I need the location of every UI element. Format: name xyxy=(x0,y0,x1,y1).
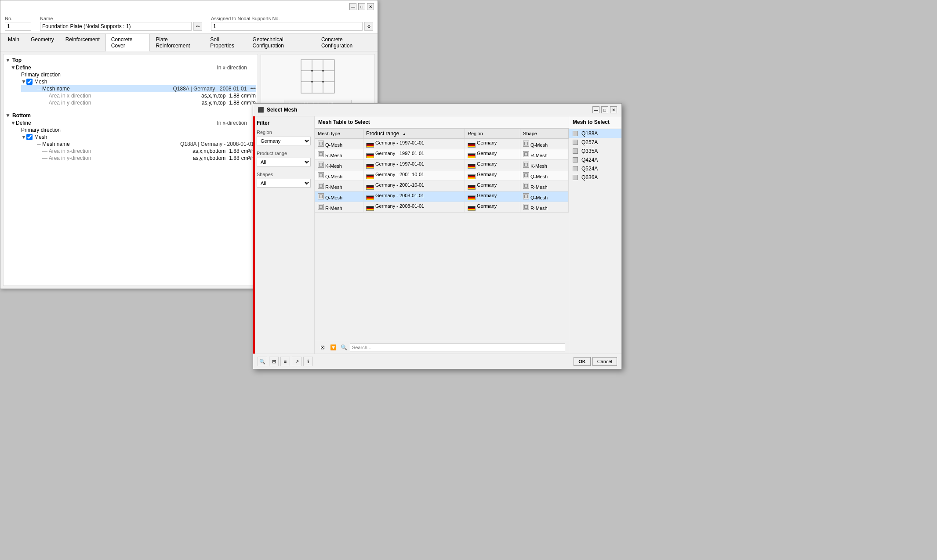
tab-plate-reinforcement[interactable]: Plate Reinforcement xyxy=(150,34,204,51)
search-input[interactable] xyxy=(350,343,565,351)
region-cell: Germany xyxy=(465,181,520,191)
mesh-select-item[interactable]: Q524A xyxy=(569,164,621,173)
bottom-mesh-name-row[interactable]: ─ Mesh name Q188A | Germany - 2008-01-01 xyxy=(21,141,256,148)
close-button[interactable]: ✕ xyxy=(367,3,374,10)
product-range-cell: Germany - 2001-10-01 xyxy=(363,181,465,191)
no-field-block: No. 1 xyxy=(0,13,36,33)
search-icon[interactable]: 🔍 xyxy=(339,343,348,352)
mesh-table-row[interactable]: R-Mesh Germany - 2008-01-01 Germany R-Me… xyxy=(315,202,569,213)
maximize-button[interactable]: □ xyxy=(358,3,365,10)
mesh-table-row[interactable]: K-Mesh Germany - 1997-01-01 Germany K-Me… xyxy=(315,160,569,170)
mesh-select-item[interactable]: Q257A xyxy=(569,138,621,147)
mesh-select-item[interactable]: Q188A xyxy=(569,129,621,138)
mesh-table-container[interactable]: Mesh type Product range ▲ Region Shape Q… xyxy=(315,128,569,341)
cancel-button[interactable]: Cancel xyxy=(592,357,617,366)
svg-point-6 xyxy=(322,70,324,72)
col-product-range[interactable]: Product range ▲ xyxy=(363,129,465,139)
col-region[interactable]: Region xyxy=(465,129,520,139)
toolbar-table-btn[interactable]: ≡ xyxy=(280,357,290,366)
col-mesh-type[interactable]: Mesh type xyxy=(315,129,363,139)
bottom-section-header[interactable]: ▼ Bottom xyxy=(5,112,256,119)
bottom-mesh-checkbox[interactable] xyxy=(26,134,33,140)
top-mesh-checkbox[interactable] xyxy=(26,79,33,85)
tree-panel: ▼ Top ▼ Define In x-direction Primary di… xyxy=(3,54,258,286)
minimize-button[interactable]: — xyxy=(349,3,356,10)
assigned-action-button[interactable]: ⚙ xyxy=(364,22,373,31)
edit-name-button[interactable]: ✏ xyxy=(193,22,202,31)
mesh-type-cell: K-Mesh xyxy=(315,160,363,170)
top-mesh-expand[interactable]: ▼ xyxy=(21,79,26,85)
filter-shapes-label: Shapes xyxy=(257,172,311,177)
bottom-define-expand[interactable]: ▼ xyxy=(11,120,16,126)
tab-reinforcement[interactable]: Reinforcement xyxy=(60,34,105,51)
no-input[interactable]: 1 xyxy=(5,22,31,31)
top-section-header[interactable]: ▼ Top xyxy=(5,56,256,64)
filter-region-select[interactable]: Germany xyxy=(257,137,311,145)
top-expand-icon[interactable]: ▼ xyxy=(5,57,11,63)
svg-point-8 xyxy=(322,81,324,83)
mesh-select-item[interactable]: Q335A xyxy=(569,147,621,155)
toolbar-export-btn[interactable]: ↗ xyxy=(292,357,301,366)
mesh-icon xyxy=(573,140,578,145)
product-range-sort-icon: ▲ xyxy=(402,132,406,136)
dialog-restore-button[interactable]: □ xyxy=(601,106,608,113)
toolbar-search-btn[interactable]: 🔍 xyxy=(258,357,267,366)
name-input[interactable] xyxy=(40,22,192,31)
filter-region-section: Region Germany xyxy=(257,130,311,145)
mesh-table-row[interactable]: Q-Mesh Germany - 1997-01-01 Germany Q-Me… xyxy=(315,139,569,149)
filter-shapes-section: Shapes All xyxy=(257,172,311,188)
product-range-cell: Germany - 2001-10-01 xyxy=(363,170,465,181)
top-define-expand[interactable]: ▼ xyxy=(11,65,16,71)
shape-cell: R-Mesh xyxy=(520,149,569,160)
dialog-title-icon: ⬛ xyxy=(258,107,264,113)
mesh-name: Q636A xyxy=(581,174,598,181)
dialog-close-button[interactable]: ✕ xyxy=(610,106,617,113)
clear-filter-icon[interactable]: 🔽 xyxy=(329,343,338,352)
mesh-select-item[interactable]: Q636A xyxy=(569,173,621,182)
mesh-table-header: Mesh type Product range ▲ Region Shape xyxy=(315,129,569,139)
mesh-name: Q424A xyxy=(581,157,598,163)
bottom-area-x-var: as,x,m,bottom xyxy=(192,148,225,154)
tab-concrete-configuration[interactable]: Concrete Configuration xyxy=(316,34,376,51)
top-mesh-name-row[interactable]: ─ Mesh name Q188A | Germany - 2008-01-01… xyxy=(21,85,256,92)
bottom-area-x-row: — Area in x-direction as,x,m,bottom 1.88… xyxy=(21,148,256,155)
shape-cell: Q-Mesh xyxy=(520,191,569,202)
mesh-table-row[interactable]: R-Mesh Germany - 2001-10-01 Germany R-Me… xyxy=(315,181,569,191)
bottom-area-y-value: 1.88 xyxy=(229,155,239,161)
top-primary-direction-row: Primary direction xyxy=(21,71,256,78)
assigned-input[interactable] xyxy=(211,22,363,31)
mesh-table-row[interactable]: R-Mesh Germany - 1997-01-01 Germany R-Me… xyxy=(315,149,569,160)
filter-toggle-icon[interactable]: ⊠ xyxy=(318,343,327,352)
mesh-icon xyxy=(573,131,578,136)
shape-cell: R-Mesh xyxy=(520,181,569,191)
product-range-cell: Germany - 2008-01-01 xyxy=(363,202,465,213)
toolbar-info-btn[interactable]: ℹ xyxy=(303,357,313,366)
tab-soil-properties[interactable]: Soil Properties xyxy=(204,34,247,51)
mesh-table-title: Mesh Table to Select xyxy=(315,116,569,128)
top-area-x-row: — Area in x-direction as,x,m,top 1.88 cm… xyxy=(21,92,256,99)
bottom-mesh-expand[interactable]: ▼ xyxy=(21,134,26,140)
dialog-minimize-button[interactable]: — xyxy=(592,106,599,113)
top-mesh-name-expand[interactable]: ─ xyxy=(37,86,42,92)
filter-product-range-select[interactable]: All xyxy=(257,158,311,166)
bottom-mesh-name-expand[interactable]: ─ xyxy=(37,141,42,147)
mesh-table-row[interactable]: Q-Mesh Germany - 2008-01-01 Germany Q-Me… xyxy=(315,191,569,202)
tab-concrete-cover[interactable]: Concrete Cover xyxy=(105,34,150,51)
top-mesh-name-edit-icon[interactable]: ••• xyxy=(250,86,256,92)
toolbar-grid-btn[interactable]: ⊞ xyxy=(269,357,279,366)
tab-geometry[interactable]: Geometry xyxy=(25,34,60,51)
col-shape[interactable]: Shape xyxy=(520,129,569,139)
mesh-table-row[interactable]: Q-Mesh Germany - 2001-10-01 Germany Q-Me… xyxy=(315,170,569,181)
tab-geotechnical-configuration[interactable]: Geotechnical Configuration xyxy=(247,34,316,51)
top-mesh-label: Mesh xyxy=(34,79,47,85)
product-range-cell: Germany - 1997-01-01 xyxy=(363,149,465,160)
svg-point-5 xyxy=(311,70,313,72)
filter-shapes-select[interactable]: All xyxy=(257,179,311,188)
ok-button[interactable]: OK xyxy=(574,357,591,366)
toolbar-buttons: 🔍 ⊞ ≡ ↗ ℹ xyxy=(258,357,313,366)
mesh-select-item[interactable]: Q424A xyxy=(569,155,621,164)
tab-main[interactable]: Main xyxy=(2,34,25,51)
bottom-expand-icon[interactable]: ▼ xyxy=(5,112,11,119)
top-define-row: ▼ Define In x-direction xyxy=(11,64,256,71)
bottom-area-y-label: — Area in y-direction xyxy=(42,155,91,161)
